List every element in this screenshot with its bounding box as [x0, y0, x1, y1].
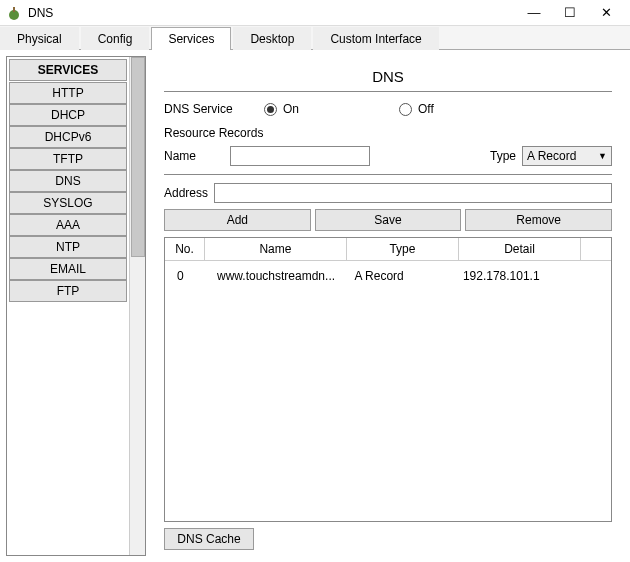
- sidebar-item-dhcpv6[interactable]: DHCPv6: [9, 126, 127, 148]
- add-button[interactable]: Add: [164, 209, 311, 231]
- dns-cache-button[interactable]: DNS Cache: [164, 528, 254, 550]
- tab-config[interactable]: Config: [81, 27, 150, 50]
- svg-rect-1: [13, 7, 15, 12]
- records-table: No. Name Type Detail 0 www.touchstreamdn…: [164, 237, 612, 522]
- sidebar-item-ftp[interactable]: FTP: [9, 280, 127, 302]
- tab-services[interactable]: Services: [151, 27, 231, 50]
- close-button[interactable]: ✕: [588, 3, 624, 23]
- type-dropdown[interactable]: A Record ▼: [522, 146, 612, 166]
- td-type: A Record: [348, 267, 456, 285]
- address-label: Address: [164, 186, 208, 200]
- services-sidebar: SERVICES HTTP DHCP DHCPv6 TFTP DNS SYSLO…: [6, 56, 146, 556]
- sidebar-item-dhcp[interactable]: DHCP: [9, 104, 127, 126]
- sidebar-item-aaa[interactable]: AAA: [9, 214, 127, 236]
- td-no: 0: [171, 267, 211, 285]
- sidebar-item-http[interactable]: HTTP: [9, 82, 127, 104]
- th-type[interactable]: Type: [347, 238, 459, 260]
- sidebar-header: SERVICES: [9, 59, 127, 81]
- app-icon: [6, 5, 22, 21]
- page-title: DNS: [164, 62, 612, 92]
- sidebar-item-email[interactable]: EMAIL: [9, 258, 127, 280]
- tab-bar: Physical Config Services Desktop Custom …: [0, 26, 630, 50]
- th-detail[interactable]: Detail: [459, 238, 581, 260]
- tab-physical[interactable]: Physical: [0, 27, 79, 50]
- td-name: www.touchstreamdn...: [211, 267, 348, 285]
- radio-off-label: Off: [418, 102, 434, 116]
- address-input[interactable]: [214, 183, 612, 203]
- dns-service-label: DNS Service: [164, 102, 264, 116]
- resource-records-label: Resource Records: [164, 126, 612, 140]
- sidebar-item-dns[interactable]: DNS: [9, 170, 127, 192]
- sidebar-item-ntp[interactable]: NTP: [9, 236, 127, 258]
- th-no[interactable]: No.: [165, 238, 205, 260]
- remove-button[interactable]: Remove: [465, 209, 612, 231]
- window-title: DNS: [28, 6, 516, 20]
- radio-on-label: On: [283, 102, 299, 116]
- title-bar: DNS — ☐ ✕: [0, 0, 630, 26]
- table-row[interactable]: 0 www.touchstreamdn... A Record 192.178.…: [165, 261, 611, 291]
- chevron-down-icon: ▼: [598, 151, 607, 161]
- th-spacer: [581, 238, 611, 260]
- type-value: A Record: [527, 149, 576, 163]
- main-panel: DNS DNS Service On Off Resource Records …: [152, 56, 624, 556]
- radio-on[interactable]: On: [264, 102, 299, 116]
- save-button[interactable]: Save: [315, 209, 462, 231]
- radio-on-icon: [264, 103, 277, 116]
- sidebar-scrollbar[interactable]: [129, 57, 145, 555]
- minimize-button[interactable]: —: [516, 3, 552, 23]
- th-name[interactable]: Name: [205, 238, 347, 260]
- sidebar-item-syslog[interactable]: SYSLOG: [9, 192, 127, 214]
- tab-desktop[interactable]: Desktop: [233, 27, 311, 50]
- radio-off[interactable]: Off: [399, 102, 434, 116]
- name-input[interactable]: [230, 146, 370, 166]
- td-detail: 192.178.101.1: [457, 267, 575, 285]
- sidebar-item-tftp[interactable]: TFTP: [9, 148, 127, 170]
- maximize-button[interactable]: ☐: [552, 3, 588, 23]
- name-label: Name: [164, 149, 224, 163]
- type-label: Type: [490, 149, 516, 163]
- tab-custom-interface[interactable]: Custom Interface: [313, 27, 438, 50]
- radio-off-icon: [399, 103, 412, 116]
